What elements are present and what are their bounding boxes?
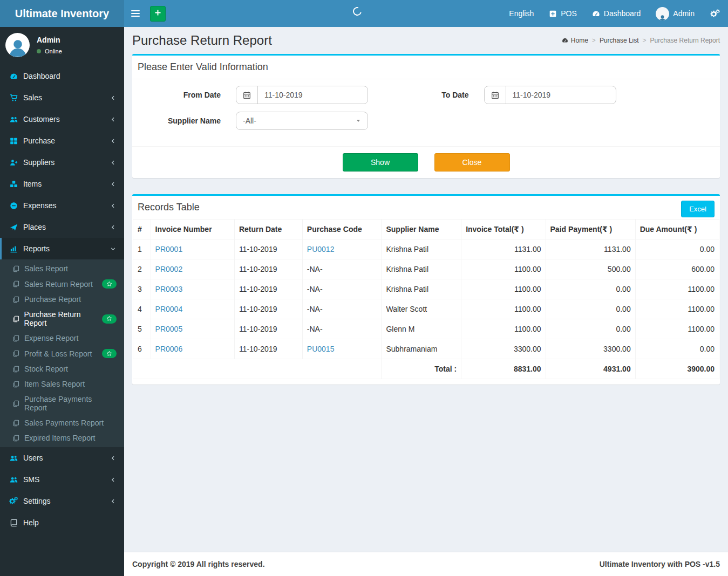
sidebar-item-label: Purchase Report — [24, 295, 81, 304]
supplier-cell: Subhramaniam — [382, 339, 461, 359]
tachometer-icon — [592, 10, 600, 18]
sidebar-item-label: Items — [23, 180, 42, 188]
sidebar-item-items[interactable]: Items — [0, 173, 124, 195]
invoice-link[interactable]: PR0002 — [155, 265, 183, 273]
copy-icon — [12, 265, 20, 272]
to-date-input-group — [484, 86, 616, 104]
sidebar-item-expense-report[interactable]: Expense Report — [0, 331, 124, 346]
invoice-link[interactable]: PR0001 — [155, 245, 183, 253]
top-navbar: Ultimate Inventory English POS Dashboard — [0, 0, 728, 27]
sidebar-item-label: Purchase Payments Report — [24, 395, 117, 412]
sidebar-item-users[interactable]: Users — [0, 447, 124, 469]
paid-payment-cell: 1131.00 — [546, 239, 635, 259]
invoice-total-cell: 1100.00 — [461, 259, 546, 279]
sidebar-item-stock-report[interactable]: Stock Report — [0, 361, 124, 376]
copyright-text: Copyright © 2019 All rights reserved. — [132, 560, 265, 568]
supplier-cell: Krishna Patil — [382, 259, 461, 279]
dashboard-label: Dashboard — [604, 9, 641, 18]
breadcrumb-item-home[interactable]: Home — [562, 37, 588, 44]
from-date-label: From Date — [138, 91, 236, 99]
sidebar-toggle-button[interactable] — [124, 0, 147, 27]
bar-chart-icon — [9, 245, 18, 253]
new-badge — [102, 349, 117, 358]
sidebar-item-places[interactable]: Places — [0, 216, 124, 238]
row-number: 4 — [133, 299, 151, 319]
star-icon — [106, 314, 112, 323]
app-logo[interactable]: Ultimate Inventory — [0, 0, 124, 27]
dashboard-menu[interactable]: Dashboard — [584, 0, 649, 27]
sidebar-item-sales-payments-report[interactable]: Sales Payments Report — [0, 415, 124, 430]
sidebar-item-sales[interactable]: Sales — [0, 87, 124, 108]
purchase-code-link[interactable]: PU0015 — [307, 345, 335, 353]
quick-add-button[interactable] — [150, 6, 166, 22]
supplier-select[interactable]: -All- — [236, 112, 368, 130]
minus-circle-icon — [9, 202, 18, 210]
invoice-link[interactable]: PR0004 — [155, 305, 183, 313]
paid-payment-cell: 0.00 — [546, 319, 635, 339]
sidebar-item-sales-report[interactable]: Sales Report — [0, 261, 124, 276]
calendar-icon[interactable] — [236, 86, 258, 104]
purchase-code-link[interactable]: PU0012 — [307, 245, 335, 253]
calendar-icon[interactable] — [485, 86, 506, 104]
sidebar: Admin Online DashboardSalesCustomersPurc… — [0, 27, 124, 576]
sidebar-item-label: Expense Report — [24, 334, 78, 342]
page-footer: Copyright © 2019 All rights reserved. Ul… — [124, 552, 728, 576]
sidebar-item-reports[interactable]: Reports — [0, 238, 124, 259]
column-header-return-date: Return Date — [234, 220, 302, 239]
sidebar-item-help[interactable]: Help — [0, 512, 124, 533]
avatar — [5, 33, 30, 57]
row-number: 5 — [133, 319, 151, 339]
column-header-due-amount: Due Amount(₹ ) — [635, 220, 719, 239]
sidebar-item-expenses[interactable]: Expenses — [0, 195, 124, 216]
invoice-total-cell: 1131.00 — [461, 239, 546, 259]
return-date-cell: 11-10-2019 — [234, 339, 302, 359]
sidebar-item-customers[interactable]: Customers — [0, 108, 124, 130]
sidebar-item-profit-loss-report[interactable]: Profit & Loss Report — [0, 346, 124, 361]
table-row: 3PR000311-10-2019-NA-Krishna Patil1100.0… — [133, 279, 719, 299]
table-row: 4PR000411-10-2019-NA-Walter Scott1100.00… — [133, 299, 719, 319]
pos-menu[interactable]: POS — [541, 0, 584, 27]
sidebar-item-suppliers[interactable]: Suppliers — [0, 152, 124, 173]
sidebar-item-purchase-report[interactable]: Purchase Report — [0, 292, 124, 307]
excel-export-button[interactable]: Excel — [681, 201, 715, 217]
sidebar-item-sms[interactable]: SMS — [0, 469, 124, 490]
paper-plane-icon — [9, 223, 18, 231]
purchase-code-text: -NA- — [307, 305, 323, 313]
sidebar-item-label: Sales — [23, 93, 42, 102]
chevron-left-icon — [110, 116, 116, 122]
close-button[interactable]: Close — [434, 153, 510, 172]
copy-icon — [12, 280, 20, 287]
avatar — [656, 7, 669, 20]
records-box-title: Records Table — [138, 202, 200, 212]
due-amount-cell: 600.00 — [635, 259, 719, 279]
supplier-label: Supplier Name — [138, 116, 236, 125]
sidebar-item-purchase[interactable]: Purchase — [0, 130, 124, 152]
sidebar-item-expired-items-report[interactable]: Expired Items Report — [0, 430, 124, 445]
sidebar-item-settings[interactable]: Settings — [0, 490, 124, 512]
copy-icon — [12, 366, 20, 373]
sidebar-item-dashboard[interactable]: Dashboard — [0, 65, 124, 87]
to-date-input[interactable] — [506, 86, 616, 104]
breadcrumb-separator: > — [592, 37, 596, 44]
sidebar-item-item-sales-report[interactable]: Item Sales Report — [0, 376, 124, 392]
invoice-link[interactable]: PR0003 — [155, 285, 183, 293]
users-icon — [9, 476, 18, 484]
sidebar-item-label: Expenses — [23, 201, 56, 210]
invoice-total-cell: 3300.00 — [461, 339, 546, 359]
loading-spinner — [351, 5, 363, 17]
language-menu[interactable]: English — [501, 0, 541, 27]
breadcrumb-item-purchase-list[interactable]: Purchase List — [600, 37, 639, 44]
settings-menu[interactable] — [702, 0, 728, 27]
column-header-paid-payment: Paid Payment(₹ ) — [546, 220, 635, 239]
star-icon — [106, 280, 112, 289]
from-date-input-group — [236, 86, 368, 104]
user-menu[interactable]: Admin — [648, 0, 702, 27]
sidebar-item-purchase-payments-report[interactable]: Purchase Payments Report — [0, 392, 124, 415]
show-button[interactable]: Show — [343, 153, 418, 172]
invoice-link[interactable]: PR0006 — [155, 345, 183, 353]
sidebar-item-purchase-return-report[interactable]: Purchase Return Report — [0, 307, 124, 331]
from-date-input[interactable] — [258, 86, 368, 104]
content-wrapper: Purchase Return Report Home>Purchase Lis… — [124, 27, 728, 576]
sidebar-item-sales-return-report[interactable]: Sales Return Report — [0, 276, 124, 292]
invoice-link[interactable]: PR0005 — [155, 325, 183, 333]
